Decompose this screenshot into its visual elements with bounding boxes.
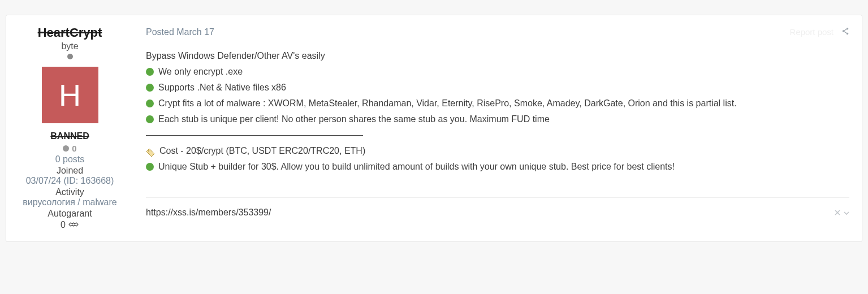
post-actions: Report post <box>789 24 849 40</box>
signature-actions <box>835 206 849 220</box>
autogarant-value: 0 <box>12 220 128 230</box>
joined-label: Joined <box>12 166 128 176</box>
post-count[interactable]: 0 posts <box>12 154 128 165</box>
activity-label: Activity <box>12 187 128 197</box>
post-header: Posted March 17 Report post <box>146 24 849 40</box>
stub-line: Unique Stub + builder for 30$. Allow you… <box>146 159 849 175</box>
green-dot-icon <box>146 115 154 123</box>
green-dot-icon <box>146 100 154 107</box>
avatar[interactable]: H <box>42 67 98 123</box>
intro-line: Bypass Windows Defender/Other AV's easil… <box>146 48 849 64</box>
handshake-icon <box>68 220 79 230</box>
feature-line: Crypt fits a lot of malware : XWORM, Met… <box>146 96 849 111</box>
price-tag-icon <box>146 146 155 155</box>
autogarant-label: Autogarant <box>12 209 128 219</box>
status-badge: BANNED <box>12 131 128 141</box>
forum-post: HeartCrypt byte H BANNED 0 0 posts Joine… <box>6 15 862 242</box>
posted-timestamp[interactable]: Posted March 17 <box>146 24 214 40</box>
post-content: Posted March 17 Report post Bypass Windo… <box>133 15 862 241</box>
close-icon[interactable] <box>835 206 840 220</box>
feature-line: Supports .Net & Native files x86 <box>146 80 849 96</box>
reputation-value: 0 <box>72 144 76 153</box>
share-icon[interactable] <box>841 24 849 40</box>
reputation-dot-icon <box>63 145 69 152</box>
separator-line: ———————————————————————— <box>146 127 849 143</box>
post-body: Bypass Windows Defender/Other AV's easil… <box>146 48 849 175</box>
author-panel: HeartCrypt byte H BANNED 0 0 posts Joine… <box>6 15 133 241</box>
signature-row: https://xss.is/members/353399/ <box>146 205 849 220</box>
signature-separator <box>146 197 849 198</box>
online-status-icon <box>67 54 73 59</box>
feature-line: Each stub is unique per client! No other… <box>146 111 849 127</box>
author-username[interactable]: HeartCrypt <box>12 25 128 40</box>
activity-value[interactable]: вирусология / malware <box>12 197 128 207</box>
reputation: 0 <box>12 144 128 153</box>
author-rank: byte <box>12 41 128 51</box>
feature-line: We only encrypt .exe <box>146 64 849 80</box>
green-dot-icon <box>146 68 154 76</box>
green-dot-icon <box>146 84 154 92</box>
cost-line: Cost - 20$/crypt (BTC, USDT ERC20/TRC20,… <box>146 143 849 159</box>
green-dot-icon <box>146 163 154 171</box>
svg-point-3 <box>148 150 149 152</box>
signature-link[interactable]: https://xss.is/members/353399/ <box>146 205 271 220</box>
report-post-link[interactable]: Report post <box>789 25 834 40</box>
chevron-down-icon[interactable] <box>844 206 849 220</box>
avatar-letter: H <box>59 77 81 113</box>
joined-value: 03/07/24 (ID: 163668) <box>12 176 128 186</box>
